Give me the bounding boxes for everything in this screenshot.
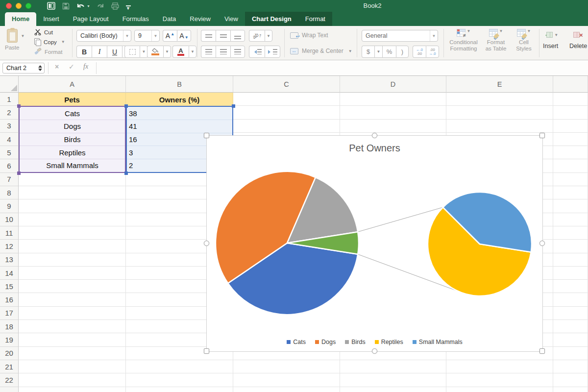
cell-E23[interactable] bbox=[446, 387, 553, 392]
italic-button[interactable]: I bbox=[92, 46, 107, 58]
cell-pet-small-mammals[interactable]: Small Mammals bbox=[20, 159, 125, 172]
cell-B23[interactable] bbox=[126, 387, 233, 392]
chart-selection-handle[interactable] bbox=[372, 133, 377, 138]
cell-B21[interactable] bbox=[126, 360, 233, 373]
format-painter-button[interactable]: Format bbox=[34, 49, 65, 55]
fill-color-dropdown[interactable]: ▼ bbox=[163, 46, 171, 58]
cell-partial-5[interactable] bbox=[553, 146, 588, 159]
currency-dropdown[interactable]: ▼ bbox=[374, 46, 382, 58]
row-header-21[interactable]: 21 bbox=[0, 360, 19, 373]
align-bottom-button[interactable] bbox=[230, 30, 245, 42]
cell-A13[interactable] bbox=[19, 253, 126, 267]
name-box-stepper[interactable] bbox=[36, 65, 44, 71]
cell-C3[interactable] bbox=[233, 120, 340, 133]
cell-D3[interactable] bbox=[340, 120, 446, 133]
zoom-button[interactable] bbox=[25, 3, 31, 9]
cell-owners-38[interactable]: 38 bbox=[127, 107, 232, 120]
cell-partial-6[interactable] bbox=[553, 159, 588, 172]
cell-B22[interactable] bbox=[126, 373, 233, 387]
font-name-select[interactable]: Calibri (Body)▼ bbox=[76, 30, 131, 42]
cell-pet-dogs[interactable]: Dogs bbox=[20, 120, 125, 133]
cell-A17[interactable] bbox=[19, 307, 126, 320]
cell-E2[interactable] bbox=[446, 106, 553, 119]
row-header-16[interactable]: 16 bbox=[0, 293, 19, 306]
row-header-4[interactable]: 4 bbox=[0, 133, 19, 146]
cell-D23[interactable] bbox=[340, 387, 446, 392]
tab-review[interactable]: Review bbox=[183, 12, 218, 26]
cell-partial-13[interactable] bbox=[553, 253, 588, 267]
tab-home[interactable]: Home bbox=[5, 12, 36, 26]
align-top-button[interactable] bbox=[201, 30, 216, 42]
minimize-button[interactable] bbox=[16, 3, 22, 9]
comma-style-button[interactable]: ) bbox=[396, 46, 409, 58]
column-header-C[interactable]: C bbox=[233, 76, 340, 93]
fill-color-button[interactable] bbox=[147, 46, 163, 58]
row-header-12[interactable]: 12 bbox=[0, 240, 19, 253]
decrease-decimal-button[interactable]: .00→.0 bbox=[426, 46, 439, 58]
name-box[interactable]: Chart 2 bbox=[2, 63, 45, 74]
range-handle[interactable] bbox=[17, 104, 21, 108]
increase-indent-button[interactable] bbox=[265, 46, 280, 58]
decrease-indent-button[interactable] bbox=[249, 46, 265, 58]
cell-D2[interactable] bbox=[340, 106, 446, 119]
row-header-19[interactable]: 19 bbox=[0, 333, 19, 346]
cell-pet-cats[interactable]: Cats bbox=[20, 107, 125, 120]
legend-item-reptiles[interactable]: Reptiles bbox=[375, 339, 403, 345]
cell-partial-8[interactable] bbox=[553, 186, 588, 199]
close-button[interactable] bbox=[6, 3, 12, 9]
select-all-corner[interactable] bbox=[0, 76, 19, 93]
merge-center-button[interactable]: ↔ Merge & Center ▼ bbox=[290, 48, 352, 54]
cell-A21[interactable] bbox=[19, 360, 126, 373]
cell-A22[interactable] bbox=[19, 373, 126, 387]
cell-A18[interactable] bbox=[19, 320, 126, 333]
customize-toolbar-icon[interactable]: ▼ bbox=[126, 6, 131, 6]
cell-partial-23[interactable] bbox=[553, 387, 588, 392]
row-header-2[interactable]: 2 bbox=[0, 106, 19, 119]
tab-chart-design[interactable]: Chart Design bbox=[245, 12, 298, 26]
cell-partial-14[interactable] bbox=[553, 267, 588, 280]
cell-E21[interactable] bbox=[446, 360, 553, 373]
tab-formulas[interactable]: Formulas bbox=[116, 12, 156, 26]
redo-icon[interactable] bbox=[97, 2, 104, 9]
cell-partial-1[interactable] bbox=[553, 93, 588, 106]
cell-pet-birds[interactable]: Birds bbox=[20, 133, 125, 147]
chart-selection-handle[interactable] bbox=[204, 348, 209, 354]
percent-button[interactable]: % bbox=[382, 46, 396, 58]
format-as-table-button[interactable]: ▼ Formatas Table bbox=[482, 29, 510, 52]
cell-A8[interactable] bbox=[19, 186, 126, 199]
cell-partial-3[interactable] bbox=[553, 120, 588, 133]
decrease-font-button[interactable]: A▼ bbox=[177, 30, 191, 42]
cell-C2[interactable] bbox=[233, 106, 340, 119]
row-header-5[interactable]: 5 bbox=[0, 146, 19, 159]
cell-partial-22[interactable] bbox=[553, 373, 588, 387]
legend-item-small-mammals[interactable]: Small Mammals bbox=[413, 339, 463, 345]
row-header-13[interactable]: 13 bbox=[0, 253, 19, 267]
wrap-text-button[interactable]: ↩ Wrap Text bbox=[290, 32, 328, 39]
insert-function-button[interactable]: fx bbox=[83, 63, 88, 71]
cell-pet-reptiles[interactable]: Reptiles bbox=[20, 146, 125, 159]
align-left-button[interactable] bbox=[201, 46, 216, 58]
chart-selection-handle[interactable] bbox=[372, 348, 377, 354]
column-header-B[interactable]: B bbox=[126, 76, 233, 93]
cell-A16[interactable] bbox=[19, 293, 126, 306]
cell-D1[interactable] bbox=[340, 93, 446, 106]
increase-font-button[interactable]: A▲ bbox=[163, 30, 177, 42]
row-header-11[interactable]: 11 bbox=[0, 226, 19, 240]
row-header-1[interactable]: 1 bbox=[0, 93, 19, 106]
enter-button[interactable]: ✓ bbox=[69, 63, 74, 71]
delete-cells-button[interactable]: × Delete bbox=[569, 31, 587, 49]
cell-partial-16[interactable] bbox=[553, 293, 588, 306]
cell-E1[interactable] bbox=[446, 93, 553, 106]
align-center-button[interactable] bbox=[216, 46, 230, 58]
cell-partial-7[interactable] bbox=[553, 173, 588, 186]
cell-partial-2[interactable] bbox=[553, 106, 588, 119]
chart-selection-handle[interactable] bbox=[539, 348, 545, 354]
font-color-dropdown[interactable]: ▼ bbox=[189, 46, 196, 58]
cell-A9[interactable] bbox=[19, 199, 126, 213]
cell-E22[interactable] bbox=[446, 373, 553, 387]
cell-owners-41[interactable]: 41 bbox=[127, 120, 232, 133]
column-header-A[interactable]: A bbox=[19, 76, 126, 93]
cell-C1[interactable] bbox=[233, 93, 340, 106]
paste-button[interactable]: Paste ▼ bbox=[5, 29, 24, 50]
row-header-8[interactable]: 8 bbox=[0, 186, 19, 199]
